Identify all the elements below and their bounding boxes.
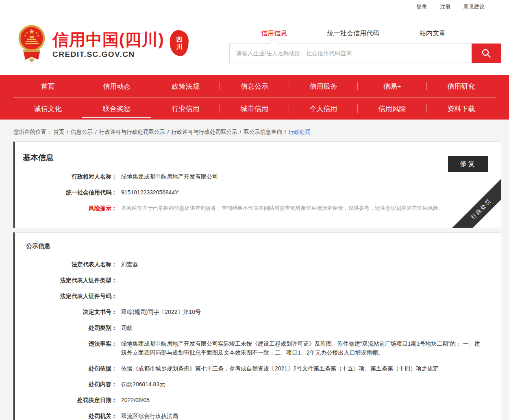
nav-item-industry-credit[interactable]: 行业信用 [151,98,220,120]
basic-info-card: 基本信息 修复 行政相对人名称： 绿地集团成都申航房地产开发有限公司 统一社会信… [13,141,501,228]
nav-item-policies[interactable]: 政策法规 [151,75,220,97]
sichuan-seal-icon: 四 川 [170,30,189,57]
feedback-link[interactable]: 意见建议 [463,3,485,11]
search-icon [481,48,492,59]
breadcrumb-dual-disclosure-2[interactable]: 行政许可与行政处罚双公示 [172,129,237,135]
nav-item-city-credit[interactable]: 城市信用 [220,98,289,120]
tab-unified-social-credit-code[interactable]: 统一社会信用代码 [327,29,379,38]
nav-item-credit-research[interactable]: 信用研究 [427,75,496,97]
field-row-penalty-decision-date: 处罚决定日期： 2022/08/05 [15,396,501,405]
search-tabs: 信用信息 统一社会信用代码 站内文章 [229,26,501,43]
nav-item-info-disclosure[interactable]: 信息公示 [220,75,289,97]
field-label: 法定代表人名称： [15,260,117,269]
public-info-card: 公示信息 法定代表人名称： 刘宏鑫 法定代表人证件类型： 法定代表人证件号码： … [13,232,501,420]
field-value: 双流区综合行政执法局 [121,411,178,420]
field-row-legal-rep-id-type: 法定代表人证件类型： [15,276,501,285]
risk-label: 风险提示： [15,204,117,213]
search-block: 信用信息 统一社会信用代码 站内文章 [229,26,501,63]
field-label: 统一社会信用代码： [15,188,117,197]
tab-credit-info[interactable]: 信用信息 [261,29,287,38]
site-title: 信用中国(四川) [52,30,164,48]
nav-item-credit-news[interactable]: 信用动态 [82,75,151,97]
site-title-block: 信用中国(四川) CREDIT.SC.GOV.CN [52,30,164,59]
site-domain: CREDIT.SC.GOV.CN [52,50,164,59]
nav-item-personal-credit[interactable]: 个人信用 [289,98,358,120]
breadcrumb-info-disclosure[interactable]: 信息公示 [71,129,93,135]
national-emblem-logo [18,24,45,65]
field-value: 91510122332056844Y [121,188,179,197]
main-nav: 首页 信用动态 政策法规 信息公示 信用服务 信易+ 信用研究 诚信文化 联合奖… [0,75,509,120]
breadcrumb-dual-disclosure-query[interactable]: 双公示信息查询 [244,129,282,135]
nav-item-xinyi-plus[interactable]: 信易+ [358,75,426,97]
field-label: 处罚类别： [15,323,117,332]
field-row-illegal-facts: 违法事实： 绿地集团成都申航房地产开发有限公司实际竣工未按《建设工程规划许可证》… [15,339,501,357]
risk-text: 本网站仅基于已掌握的信息提供查询服务，查询结果不代表本网站对被查询对象信用状况的… [121,204,444,213]
field-value: 双综(规罚)罚字〔2022〕第10号 [121,307,201,316]
search-input[interactable] [229,44,472,63]
tab-indicator-line [229,43,501,43]
field-value: 依据《成都市城乡规划条例》第七十三条，参考成自然资规〔2021〕2号文件第五条第… [121,364,439,373]
search-button[interactable] [472,44,501,63]
breadcrumb-home[interactable]: 首页 [53,129,64,135]
field-row-penalty-content: 处罚内容： 罚款206814.83元 [15,380,501,389]
field-label: 法定代表人证件类型： [15,276,117,285]
field-row-credit-code: 统一社会信用代码： 91510122332056844Y [15,188,501,197]
breadcrumb-dual-disclosure-1[interactable]: 行政许可与行政处罚双公示 [99,129,165,135]
field-row-legal-rep-name: 法定代表人名称： 刘宏鑫 [15,260,501,269]
nav-item-credit-services[interactable]: 信用服务 [289,75,358,97]
field-label: 处罚内容： [15,380,117,389]
nav-row-1: 首页 信用动态 政策法规 信息公示 信用服务 信易+ 信用研究 [0,75,509,97]
field-label: 处罚决定日期： [15,396,117,405]
repair-button[interactable]: 修复 [448,156,488,172]
field-row-legal-rep-id-number: 法定代表人证件号码： [15,292,501,300]
field-label: 法定代表人证件号码： [15,292,117,300]
field-value: 2022/08/05 [121,396,150,405]
register-link[interactable]: 注册 [440,3,450,11]
nav-item-credit-risk[interactable]: 信用风险 [358,98,426,120]
nav-item-joint-rewards-punishments[interactable]: 联合奖惩 [82,98,151,120]
public-info-title: 公示信息 [26,242,501,250]
seal-char: 四 [176,35,183,43]
field-label: 违法事实： [15,339,117,357]
breadcrumb-prefix: 您所在的位置： [13,129,52,135]
nav-item-integrity-culture[interactable]: 诚信文化 [13,98,82,120]
field-label: 行政相对人名称： [15,172,117,181]
field-row-decision-doc-number: 决定文书号： 双综(规罚)罚字〔2022〕第10号 [15,307,501,316]
tab-site-articles[interactable]: 站内文章 [420,29,446,38]
field-value: 绿地集团成都申航房地产开发有限公司实际竣工未按《建设工程规划许可证》及附图、附件… [121,339,483,357]
field-value: 罚款 [121,323,133,332]
breadcrumb: 您所在的位置： 首页/信息公示/行政许可与行政处罚双公示/行政许可与行政处罚双公… [13,128,496,136]
seal-char: 川 [176,43,183,50]
field-row-penalty-basis: 处罚依据： 依据《成都市城乡规划条例》第七十三条，参考成自然资规〔2021〕2号… [15,364,501,373]
login-link[interactable]: 登录 [416,3,427,11]
topbar: 登录 注册 意见建议 [0,0,509,14]
field-row-subject-name: 行政相对人名称： 绿地集团成都申航房地产开发有限公司 [15,172,501,181]
nav-item-downloads[interactable]: 资料下载 [427,98,496,120]
field-row-penalty-category: 处罚类别： 罚款 [15,323,501,332]
field-row-penalty-authority: 处罚机关： 双流区综合行政执法局 [15,411,501,420]
nav-row-2: 诚信文化 联合奖惩 行业信用 城市信用 个人信用 信用风险 资料下载 [0,98,509,120]
basic-info-title: 基本信息 [23,152,501,163]
field-label: 处罚依据： [15,364,117,373]
field-value: 罚款206814.83元 [121,380,165,389]
field-row-risk-notice: 风险提示： 本网站仅基于已掌握的信息提供查询服务，查询结果不代表本网站对被查询对… [15,204,501,213]
nav-item-home[interactable]: 首页 [13,75,82,97]
field-value: 刘宏鑫 [121,260,138,269]
site-header: 信用中国(四川) CREDIT.SC.GOV.CN 四 川 信用信息 统一社会信… [0,14,509,75]
field-label: 处罚机关： [15,411,117,420]
field-label: 决定文书号： [15,307,117,316]
field-value: 绿地集团成都申航房地产开发有限公司 [121,172,218,181]
breadcrumb-admin-penalty[interactable]: 行政处罚 [289,129,311,135]
